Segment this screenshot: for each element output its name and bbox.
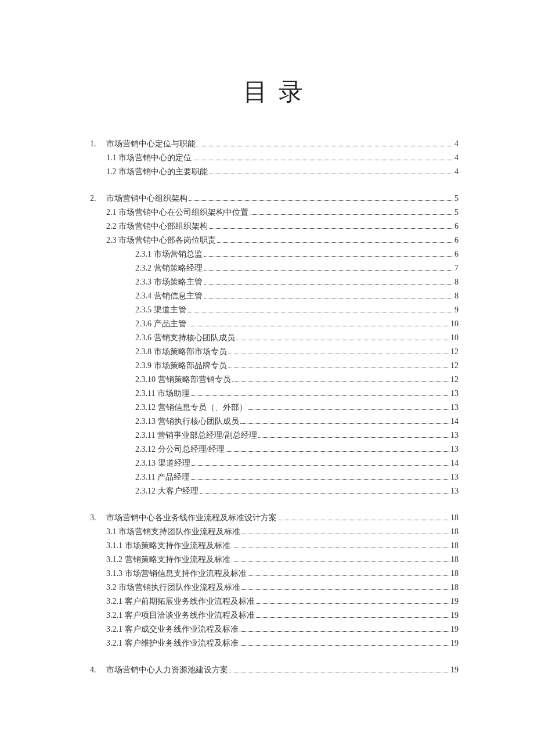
toc-leader-dots xyxy=(232,548,450,548)
toc-entry: 2.3.13 渠道经理14 xyxy=(90,456,459,470)
toc-page-number: 6 xyxy=(454,233,459,247)
toc-entry-label: 3.2.1 客户成交业务线作业流程及标准 xyxy=(106,622,239,636)
toc-page-number: 14 xyxy=(450,415,459,429)
toc-page-number: 19 xyxy=(450,663,459,677)
toc-page-number: 6 xyxy=(454,247,459,261)
toc-entry-label: 2.3.13 营销执行核心团队成员 xyxy=(135,415,239,429)
toc-entry: 2.3.3 市场策略主管8 xyxy=(90,275,459,289)
toc-entry-label: 3.2.1 客户项目洽谈业务线作业流程及标准 xyxy=(106,609,255,622)
toc-leader-dots xyxy=(189,200,453,201)
toc-section: 3.市场营销中心各业务线作业流程及标准设计方案183.1 市场营销支持团队作业流… xyxy=(90,511,459,650)
toc-page-number: 5 xyxy=(454,192,459,206)
toc-section-number: 4. xyxy=(90,663,106,677)
toc-entry-label: 2.3.11 市场助理 xyxy=(135,387,190,401)
toc-page-number: 12 xyxy=(450,345,459,359)
toc-entry: 3.2.1 客户项目洽谈业务线作业流程及标准19 xyxy=(90,609,459,622)
toc-page-number: 19 xyxy=(450,636,459,650)
toc-entry: 2.3 市场营销中心部各岗位职责6 xyxy=(90,233,459,247)
toc-section: 2.市场营销中心组织架构52.1 市场营销中心在公司组织架构中位置52.2 市场… xyxy=(90,192,459,498)
toc-leader-dots xyxy=(248,409,450,410)
toc-entry: 2.3.8 市场策略部市场专员12 xyxy=(90,345,459,359)
toc-entry: 2.1 市场营销中心在公司组织架构中位置5 xyxy=(90,206,459,219)
toc-entry-label: 2.3.12 分公司总经理/经理 xyxy=(135,442,225,456)
toc-entry-label: 3.1.1 市场策略支持作业流程及标准 xyxy=(106,539,230,553)
toc-leader-dots xyxy=(258,437,449,438)
toc-leader-dots xyxy=(209,174,453,174)
toc-page-number: 18 xyxy=(450,581,459,595)
toc-page-number: 10 xyxy=(450,331,459,345)
toc-entry: 4.市场营销中心人力资源池建设方案19 xyxy=(90,663,459,677)
toc-entry-label: 2.2 市场营销中心部组织架构 xyxy=(106,219,208,233)
toc-entry: 2.3.12 分公司总经理/经理13 xyxy=(90,442,459,456)
toc-entry-label: 2.1 市场营销中心在公司组织架构中位置 xyxy=(106,206,248,219)
toc-leader-dots xyxy=(209,228,453,229)
toc-leader-dots xyxy=(250,214,453,215)
document-page: 目 录 1.市场营销中心定位与职能41.1 市场营销中心的定位41.2 市场营销… xyxy=(0,0,534,677)
toc-leader-dots xyxy=(197,146,453,146)
toc-leader-dots xyxy=(204,270,454,271)
toc-entry: 3.2.1 客户维护业务线作业流程及标准19 xyxy=(90,636,459,650)
toc-entry-label: 1.2 市场营销中心的主要职能 xyxy=(106,165,208,179)
toc-page-number: 5 xyxy=(454,206,459,219)
toc-page-number: 14 xyxy=(450,456,459,470)
toc-page-number: 4 xyxy=(454,137,459,151)
toc-leader-dots xyxy=(204,284,454,285)
toc-section: 1.市场营销中心定位与职能41.1 市场营销中心的定位41.2 市场营销中心的主… xyxy=(90,137,459,179)
toc-entry-label: 2.3.3 市场策略主管 xyxy=(135,275,203,289)
toc-page-number: 13 xyxy=(450,401,459,415)
toc-entry-label: 市场营销中心组织架构 xyxy=(106,192,187,206)
toc-entry: 2.3.11 市场助理13 xyxy=(90,387,459,401)
toc-page-number: 13 xyxy=(450,484,459,498)
toc-entry: 2.2 市场营销中心部组织架构6 xyxy=(90,219,459,233)
toc-entry-label: 2.3.10 营销策略部营销专员 xyxy=(135,373,231,387)
toc-entry-label: 2.3.6 营销支持核心团队成员 xyxy=(135,331,235,345)
toc-entry-label: 市场营销中心各业务线作业流程及标准设计方案 xyxy=(106,511,277,525)
toc-entry-label: 1.1 市场营销中心的定位 xyxy=(106,151,192,165)
toc-section-number: 3. xyxy=(90,511,106,525)
toc-entry: 2.3.1 市场营销总监6 xyxy=(90,247,459,261)
toc-page-number: 18 xyxy=(450,525,459,539)
toc-entry: 3.1.2 营销策略支持作业流程及标准18 xyxy=(90,553,459,567)
toc-entry-label: 2.3.11 产品经理 xyxy=(135,470,190,484)
toc-entry-label: 3.1 市场营销支持团队作业流程及标准 xyxy=(106,525,240,539)
toc-section-number: 2. xyxy=(90,192,106,206)
toc-page-number: 19 xyxy=(450,595,459,609)
toc-section: 4.市场营销中心人力资源池建设方案19 xyxy=(90,663,459,677)
toc-body: 1.市场营销中心定位与职能41.1 市场营销中心的定位41.2 市场营销中心的主… xyxy=(90,137,459,677)
toc-entry-label: 市场营销中心人力资源池建设方案 xyxy=(106,663,228,677)
toc-leader-dots xyxy=(193,160,453,160)
toc-leader-dots xyxy=(278,520,449,520)
toc-leader-dots xyxy=(240,645,450,646)
toc-leader-dots xyxy=(217,242,453,243)
toc-leader-dots xyxy=(228,368,450,368)
toc-entry-label: 3.1.2 营销策略支持作业流程及标准 xyxy=(106,553,230,567)
toc-entry: 3.1 市场营销支持团队作业流程及标准18 xyxy=(90,525,459,539)
toc-entry: 1.2 市场营销中心的主要职能4 xyxy=(90,165,459,179)
toc-leader-dots xyxy=(240,631,450,632)
toc-page-number: 9 xyxy=(454,303,459,317)
toc-leader-dots xyxy=(241,589,449,590)
toc-page-number: 18 xyxy=(450,539,459,553)
toc-page-number: 13 xyxy=(450,442,459,456)
toc-leader-dots xyxy=(256,617,450,618)
toc-leader-dots xyxy=(204,298,454,298)
toc-entry-label: 3.2.1 客户维护业务线作业流程及标准 xyxy=(106,636,239,650)
toc-entry-label: 2.3.12 大客户经理 xyxy=(135,484,199,498)
toc-entry: 2.3.4 营销信息主管8 xyxy=(90,289,459,303)
toc-entry: 3.2 市场营销执行团队作业流程及标准18 xyxy=(90,581,459,595)
toc-page-number: 12 xyxy=(450,373,459,387)
toc-entry: 3.2.1 客户成交业务线作业流程及标准19 xyxy=(90,622,459,636)
toc-page-number: 8 xyxy=(454,289,459,303)
toc-entry-label: 2.3.13 渠道经理 xyxy=(135,456,190,470)
toc-leader-dots xyxy=(240,423,450,424)
toc-entry-label: 3.2.1 客户前期拓展业务线作业流程及标准 xyxy=(106,595,255,609)
toc-leader-dots xyxy=(232,561,450,562)
toc-page-number: 6 xyxy=(454,219,459,233)
toc-page-number: 18 xyxy=(450,553,459,567)
toc-leader-dots xyxy=(232,381,450,382)
toc-entry-label: 3.2 市场营销执行团队作业流程及标准 xyxy=(106,581,240,595)
toc-page-number: 19 xyxy=(450,622,459,636)
toc-entry-label: 2.3.6 产品主管 xyxy=(135,317,186,331)
toc-page-number: 12 xyxy=(450,359,459,373)
toc-entry: 2.3.13 营销执行核心团队成员14 xyxy=(90,415,459,429)
